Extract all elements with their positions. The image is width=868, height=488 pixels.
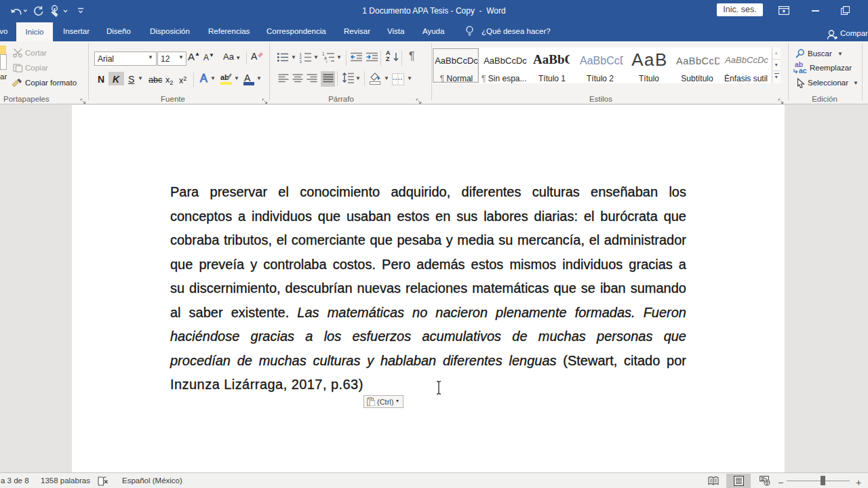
svg-text:3: 3 bbox=[300, 60, 302, 64]
svg-text:i: i bbox=[326, 60, 327, 64]
